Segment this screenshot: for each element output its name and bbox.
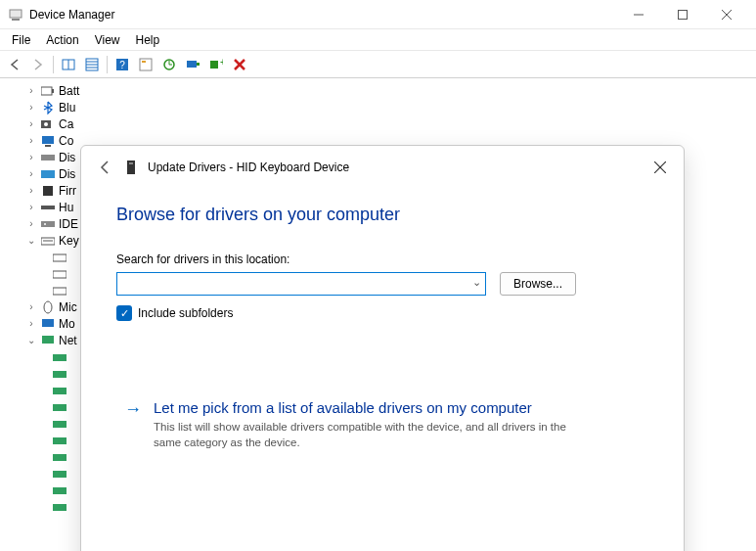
link-title[interactable]: Let me pick from a list of available dri… [154,399,584,416]
network-adapter-icon [52,449,67,465]
chevron-down-icon[interactable]: ⌄ [472,276,481,289]
svg-rect-47 [53,421,67,428]
svg-point-40 [44,301,52,313]
search-location-combo[interactable]: ⌄ [116,272,486,296]
svg-rect-29 [41,155,55,161]
svg-rect-32 [41,206,55,209]
svg-rect-44 [53,371,67,378]
network-adapter-icon [52,383,67,398]
svg-rect-14 [140,59,152,70]
svg-rect-37 [53,254,67,261]
svg-rect-17 [187,61,197,68]
svg-rect-3 [678,10,687,19]
svg-rect-1 [12,19,20,21]
network-adapter-icon [52,433,67,448]
minimize-button[interactable] [616,0,660,29]
menu-bar: File Action View Help [0,29,756,51]
close-button[interactable] [704,0,748,29]
svg-rect-43 [53,354,67,361]
svg-rect-50 [53,471,67,478]
svg-rect-39 [53,288,67,295]
toolbar: ? + [0,51,756,78]
svg-rect-24 [52,89,54,93]
tree-item: ›Blu [8,99,756,115]
hid-icon [40,200,56,215]
back-icon[interactable] [4,54,25,75]
network-icon [40,333,56,348]
title-bar: Device Manager [0,0,756,29]
menu-action[interactable]: Action [38,31,86,49]
tree-item: ›Ca [8,115,756,132]
menu-view[interactable]: View [87,31,128,49]
add-driver-icon[interactable]: + [205,54,227,75]
svg-rect-54 [129,162,133,164]
browse-button[interactable]: Browse... [500,272,576,296]
svg-rect-28 [45,145,51,147]
dialog-close-button[interactable] [648,156,672,179]
keyboard-icon [52,266,67,282]
show-hide-icon[interactable] [58,54,79,75]
network-adapter-icon [52,416,67,432]
svg-rect-45 [53,388,67,394]
network-adapter-icon [52,399,67,415]
include-subfolders-label[interactable]: Include subfolders [138,306,233,320]
battery-icon [40,83,56,99]
link-description: This list will show available drivers co… [154,420,584,450]
svg-rect-27 [42,136,54,144]
network-adapter-icon [52,499,67,515]
scan-hardware-icon[interactable] [182,54,203,75]
app-icon [8,7,23,23]
svg-rect-49 [53,454,67,461]
svg-point-34 [44,223,46,225]
forward-icon[interactable] [27,54,49,75]
help-icon[interactable]: ? [111,54,133,75]
firmware-icon [40,183,56,199]
properties-icon[interactable] [135,54,156,75]
device-icon [124,160,140,175]
update-drivers-dialog: Update Drivers - HID Keyboard Device Bro… [80,145,685,551]
include-subfolders-checkbox[interactable]: ✓ [116,305,132,321]
svg-rect-15 [142,61,146,63]
svg-rect-41 [42,319,54,327]
refresh-list-icon[interactable] [81,54,103,75]
computer-icon [40,133,56,149]
uninstall-icon[interactable] [229,54,250,75]
content-area: ›Batt ›Blu ›Ca ›Co ›Dis ›Dis ›Firr ›Hu ›… [0,78,756,551]
menu-file[interactable]: File [4,31,38,49]
tree-item: ›Batt [8,82,756,99]
maximize-button[interactable] [660,0,704,29]
network-adapter-icon [52,366,67,382]
svg-point-26 [44,122,48,126]
svg-rect-38 [53,271,67,278]
dialog-title: Update Drivers - HID Keyboard Device [148,161,349,174]
svg-rect-52 [53,504,67,511]
update-driver-icon[interactable] [158,54,180,75]
arrow-right-icon: → [124,399,142,450]
camera-icon [40,116,56,132]
svg-rect-30 [41,170,55,178]
svg-rect-0 [10,10,22,18]
svg-rect-31 [43,186,53,196]
network-adapter-icon [52,482,67,498]
dialog-body: Browse for drivers on your computer Sear… [81,189,684,551]
network-adapter-icon [52,466,67,482]
svg-rect-23 [41,87,52,95]
svg-rect-48 [53,437,67,444]
network-adapter-icon [52,349,67,365]
svg-rect-42 [42,336,54,344]
svg-rect-33 [41,221,55,227]
search-location-label: Search for drivers in this location: [116,253,648,266]
disk-drive-icon [40,150,56,165]
dialog-heading: Browse for drivers on your computer [116,205,648,225]
svg-text:+: + [220,58,223,68]
keyboard-icon [52,283,67,298]
svg-rect-18 [197,63,200,66]
svg-text:?: ? [119,60,125,70]
bluetooth-icon [40,100,56,115]
pick-from-list-link[interactable]: → Let me pick from a list of available d… [116,399,648,450]
svg-rect-51 [53,487,67,494]
menu-help[interactable]: Help [128,31,168,49]
back-arrow-icon[interactable] [93,156,116,179]
display-adapter-icon [40,166,56,182]
mouse-icon [40,299,56,315]
